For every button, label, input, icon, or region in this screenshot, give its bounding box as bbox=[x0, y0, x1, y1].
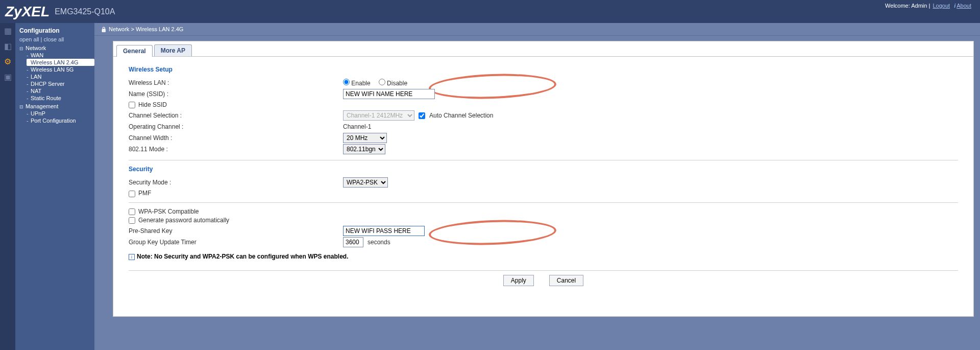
nav-wlan-24g[interactable]: Wireless LAN 2.4G bbox=[27, 59, 94, 66]
radio-disable[interactable] bbox=[379, 79, 385, 85]
radio-enable-label[interactable]: Enable bbox=[343, 79, 371, 87]
content-area: Network > Wireless LAN 2.4G General More… bbox=[94, 23, 980, 350]
nav-portconfig[interactable]: Port Configuration bbox=[27, 117, 94, 124]
nav-section-network[interactable]: Network bbox=[19, 44, 94, 52]
nav-sidebar: Configuration open all | close all Netwo… bbox=[15, 23, 94, 350]
sidebar-title: Configuration bbox=[19, 27, 94, 34]
label-ssid: Name (SSID) : bbox=[129, 90, 343, 98]
label-operating-channel: Operating Channel : bbox=[129, 123, 343, 130]
label-wpa-psk-compat: WPA-PSK Compatible bbox=[138, 208, 199, 215]
info-icon: i bbox=[129, 254, 135, 260]
nav-section-management[interactable]: Management bbox=[19, 103, 94, 110]
input-psk[interactable] bbox=[343, 226, 425, 236]
label-psk: Pre-Shared Key bbox=[129, 227, 343, 235]
checkbox-hide-ssid[interactable] bbox=[129, 102, 135, 108]
checkbox-gen-pass-auto[interactable] bbox=[129, 217, 135, 224]
lock-icon bbox=[101, 26, 109, 32]
nav-wan[interactable]: WAN bbox=[27, 52, 94, 59]
label-gen-pass-auto: Generate password automatically bbox=[138, 217, 229, 224]
note-row: iNote: No Security and WPA2-PSK can be c… bbox=[129, 253, 958, 260]
label-security-mode: Security Mode : bbox=[129, 179, 343, 186]
about-link[interactable]: About bbox=[957, 3, 971, 9]
label-80211-mode: 802.11 Mode : bbox=[129, 146, 343, 153]
label-channel-selection: Channel Selection : bbox=[129, 112, 343, 119]
model-name: EMG3425-Q10A bbox=[55, 7, 115, 16]
open-all-link[interactable]: open all bbox=[19, 36, 39, 42]
about-icon: i bbox=[952, 3, 955, 9]
nav-dhcp[interactable]: DHCP Server bbox=[27, 80, 94, 87]
label-wireless-lan: Wireless LAN : bbox=[129, 79, 343, 86]
checkbox-wpa-psk-compat[interactable] bbox=[129, 208, 135, 215]
nav-static-route[interactable]: Static Route bbox=[27, 95, 94, 102]
label-auto-channel: Auto Channel Selection bbox=[429, 112, 493, 119]
select-security-mode[interactable]: WPA2-PSK bbox=[343, 177, 388, 188]
tab-general[interactable]: General bbox=[116, 45, 153, 57]
input-ssid[interactable] bbox=[343, 89, 435, 99]
monitor-icon[interactable]: ◧ bbox=[0, 38, 15, 54]
nav-lan[interactable]: LAN bbox=[27, 73, 94, 80]
apply-button[interactable]: Apply bbox=[503, 275, 534, 286]
checkbox-auto-channel[interactable] bbox=[419, 112, 425, 119]
radio-enable[interactable] bbox=[343, 79, 350, 85]
cancel-button[interactable]: Cancel bbox=[549, 275, 583, 286]
label-gkut: Group Key Update Timer bbox=[129, 239, 343, 246]
nav-wlan-5g[interactable]: Wireless LAN 5G bbox=[27, 66, 94, 73]
sidebar-actions: open all | close all bbox=[19, 36, 94, 42]
select-channel: Channel-1 2412MHz bbox=[343, 110, 414, 121]
dashboard-icon[interactable]: ▦ bbox=[0, 23, 15, 38]
label-seconds: seconds bbox=[368, 239, 390, 246]
configuration-gear-icon[interactable]: ⚙ bbox=[0, 54, 15, 69]
page-body: General More AP Wireless Setup Wireless … bbox=[113, 41, 974, 317]
maintenance-icon[interactable]: ▣ bbox=[0, 69, 15, 84]
tab-more-ap[interactable]: More AP bbox=[154, 44, 192, 56]
select-channel-width[interactable]: 20 MHz bbox=[343, 133, 387, 143]
label-pmf: PMF bbox=[138, 190, 151, 197]
nav-nat[interactable]: NAT bbox=[27, 87, 94, 95]
settings-panel: Wireless Setup Wireless LAN : Enable Dis… bbox=[113, 57, 973, 291]
radio-disable-label[interactable]: Disable bbox=[379, 79, 407, 87]
section-security: Security bbox=[129, 166, 958, 173]
label-channel-width: Channel Width : bbox=[129, 134, 343, 142]
section-wireless-setup: Wireless Setup bbox=[129, 66, 958, 73]
breadcrumb: Network > Wireless LAN 2.4G bbox=[94, 23, 980, 36]
checkbox-pmf[interactable] bbox=[129, 191, 135, 197]
tabs: General More AP bbox=[113, 41, 973, 57]
top-header: ZyXEL EMG3425-Q10A Welcome: Admin | Logo… bbox=[0, 0, 980, 23]
icon-sidebar: ▦ ◧ ⚙ ▣ bbox=[0, 23, 15, 350]
label-hide-ssid: Hide SSID bbox=[138, 101, 167, 108]
select-80211-mode[interactable]: 802.11bgn bbox=[343, 144, 385, 154]
logout-link[interactable]: Logout bbox=[933, 3, 950, 9]
welcome-text: Welcome: Admin | bbox=[885, 3, 930, 9]
close-all-link[interactable]: close all bbox=[44, 36, 64, 42]
input-gkut[interactable] bbox=[343, 237, 363, 247]
header-right: Welcome: Admin | Logout iAbout bbox=[885, 3, 972, 9]
value-operating-channel: Channel-1 bbox=[343, 123, 371, 130]
nav-upnp[interactable]: UPnP bbox=[27, 110, 94, 117]
brand-logo: ZyXEL bbox=[5, 4, 50, 20]
